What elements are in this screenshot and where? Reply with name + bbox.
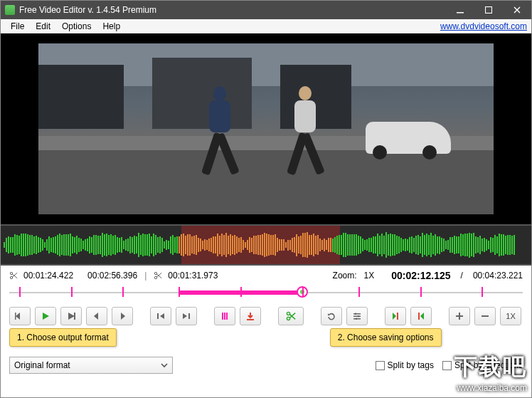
cut-button[interactable] bbox=[278, 307, 304, 325]
svg-point-20 bbox=[358, 315, 360, 318]
website-link[interactable]: www.dvdvideosoft.com bbox=[440, 21, 527, 31]
scissor-icon bbox=[154, 271, 162, 280]
app-icon bbox=[5, 5, 15, 15]
menu-edit[interactable]: Edit bbox=[30, 21, 56, 31]
svg-rect-10 bbox=[222, 313, 223, 320]
zoom-out-button[interactable] bbox=[474, 307, 496, 325]
svg-point-21 bbox=[356, 318, 358, 320]
minimize-button[interactable] bbox=[446, 1, 474, 19]
svg-rect-9 bbox=[188, 313, 190, 319]
total-time: 00:04:23.221 bbox=[473, 271, 523, 281]
svg-rect-26 bbox=[482, 315, 489, 317]
bottom-options-row: Original format Split by tags Split by s… bbox=[1, 347, 531, 379]
video-preview bbox=[1, 33, 531, 224]
output-format-value: Original format bbox=[14, 360, 70, 370]
svg-rect-11 bbox=[224, 313, 225, 320]
video-frame bbox=[38, 43, 494, 214]
settings-button[interactable] bbox=[346, 307, 368, 325]
output-format-dropdown[interactable]: Original format bbox=[9, 357, 173, 374]
separator: | bbox=[144, 271, 147, 281]
goto-end-button[interactable] bbox=[176, 307, 197, 325]
menu-options[interactable]: Options bbox=[56, 21, 97, 31]
split-by-selections-label: Split by selections bbox=[454, 360, 523, 370]
playback-toolbar: 1X bbox=[1, 304, 531, 325]
selection-start-time: 00:01:24.422 bbox=[23, 271, 73, 281]
split-by-tags-checkbox[interactable]: Split by tags bbox=[376, 360, 434, 370]
rotate-button[interactable] bbox=[321, 307, 342, 325]
prev-frame-button[interactable] bbox=[9, 307, 31, 325]
menu-file[interactable]: File bbox=[5, 21, 30, 31]
hint-output-format: 1. Choose output format bbox=[9, 328, 117, 347]
selection-end-time: 00:02:56.396 bbox=[87, 271, 137, 281]
checkbox-icon bbox=[442, 361, 452, 370]
zoom-label: Zoom: bbox=[333, 271, 357, 281]
svg-rect-1 bbox=[486, 7, 492, 14]
checkbox-icon bbox=[376, 361, 385, 370]
zoom-reset-button[interactable]: 1X bbox=[500, 307, 521, 325]
set-marker-button[interactable] bbox=[214, 307, 235, 325]
svg-rect-23 bbox=[418, 313, 420, 320]
audio-waveform[interactable] bbox=[1, 224, 531, 266]
close-button[interactable] bbox=[503, 1, 531, 19]
zoom-in-button[interactable] bbox=[449, 307, 470, 325]
trim-left-button[interactable] bbox=[385, 307, 406, 325]
svg-rect-25 bbox=[456, 315, 463, 317]
svg-rect-0 bbox=[457, 12, 464, 14]
svg-point-19 bbox=[355, 313, 357, 315]
svg-rect-17 bbox=[353, 316, 361, 318]
window-title: Free Video Editor v. 1.4.54 Premium bbox=[19, 5, 446, 15]
marker-info-row: 00:01:24.422 00:02:56.396 | 00:01:31.973… bbox=[1, 266, 531, 283]
trim-right-button[interactable] bbox=[410, 307, 432, 325]
menubar: File Edit Options Help www.dvdvideosoft.… bbox=[1, 19, 531, 33]
watermark-url: www.xiazaiba.com bbox=[454, 383, 527, 393]
split-by-selections-checkbox[interactable]: Split by selections bbox=[442, 360, 523, 370]
step-fwd-button[interactable] bbox=[112, 307, 133, 325]
hint-saving-options: 2. Choose saving options bbox=[330, 328, 442, 347]
svg-rect-6 bbox=[15, 313, 16, 320]
svg-rect-13 bbox=[247, 319, 254, 320]
split-by-tags-label: Split by tags bbox=[388, 360, 434, 370]
svg-rect-12 bbox=[226, 313, 228, 320]
timeline-ruler[interactable] bbox=[9, 284, 523, 300]
download-marker-button[interactable] bbox=[240, 307, 261, 325]
scissor-icon bbox=[9, 271, 18, 280]
hint-row: 1. Choose output format 2. Choose saving… bbox=[1, 325, 531, 347]
menu-help[interactable]: Help bbox=[97, 21, 126, 31]
svg-rect-8 bbox=[157, 313, 159, 319]
play-selection-button[interactable] bbox=[60, 307, 82, 325]
svg-rect-22 bbox=[397, 313, 398, 320]
svg-rect-16 bbox=[353, 313, 361, 315]
goto-start-button[interactable] bbox=[150, 307, 171, 325]
play-button[interactable] bbox=[35, 307, 56, 325]
maximize-button[interactable] bbox=[474, 1, 503, 19]
titlebar: Free Video Editor v. 1.4.54 Premium bbox=[1, 1, 531, 19]
chevron-down-icon bbox=[159, 360, 169, 370]
zoom-value: 1X bbox=[364, 271, 375, 281]
step-back-button[interactable] bbox=[86, 307, 107, 325]
current-time: 00:02:12.125 bbox=[391, 270, 450, 281]
selection-duration: 00:01:31.973 bbox=[168, 271, 218, 281]
svg-rect-7 bbox=[74, 313, 75, 320]
time-separator: / bbox=[461, 271, 463, 281]
